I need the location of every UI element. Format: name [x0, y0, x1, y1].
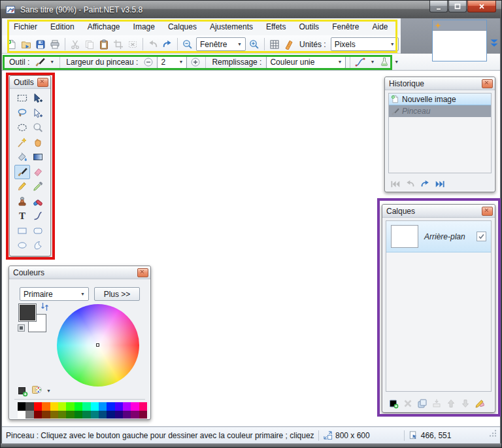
more-colors-button[interactable]: Plus >>	[94, 287, 140, 301]
palette-swatch[interactable]	[66, 402, 74, 411]
palette-swatch[interactable]	[42, 411, 50, 419]
palette-swatch[interactable]	[58, 411, 66, 419]
tool-recolor[interactable]	[30, 194, 46, 209]
color-wheel[interactable]	[57, 304, 139, 387]
color-window-size-toggle[interactable]	[18, 324, 25, 332]
palette-swatch[interactable]	[50, 411, 58, 419]
add-layer-button[interactable]	[388, 398, 399, 409]
palette-swatch[interactable]	[107, 402, 114, 411]
palette-swatch[interactable]	[123, 402, 131, 411]
resize-grip[interactable]	[489, 429, 499, 441]
grid-button[interactable]	[267, 37, 282, 52]
image-thumbnail[interactable]	[432, 20, 487, 61]
tool-move-selected-pixels[interactable]	[30, 91, 46, 106]
fill-style-select[interactable]: Couleur unie▼	[266, 55, 346, 69]
palette-swatch[interactable]	[131, 411, 139, 419]
tool-pan[interactable]	[30, 135, 46, 150]
redo-step-button[interactable]	[420, 179, 430, 189]
tool-rectangle[interactable]	[14, 224, 30, 239]
tool-pencil[interactable]	[14, 179, 30, 194]
menu-item-effets[interactable]: Effets	[259, 20, 292, 34]
menu-item-ajustements[interactable]: Ajustements	[203, 20, 259, 34]
tool-paintbrush[interactable]	[14, 165, 30, 180]
spline-type-dropdown[interactable]: ▼	[367, 60, 377, 64]
layer-visible-checkbox[interactable]	[477, 232, 486, 241]
decrease-width-button[interactable]	[141, 55, 156, 69]
palette-swatch[interactable]	[99, 411, 107, 419]
new-button[interactable]	[5, 37, 19, 52]
palette-swatch[interactable]	[123, 411, 131, 419]
tool-lasso-select[interactable]	[14, 106, 30, 121]
history-item[interactable]: Pinceau	[389, 105, 491, 117]
palette-swatch[interactable]	[58, 402, 66, 411]
palette-swatch[interactable]	[34, 411, 42, 419]
spline-type-button[interactable]	[353, 55, 367, 69]
antialiasing-button[interactable]	[377, 55, 392, 69]
tool-rounded-rectangle[interactable]	[30, 224, 46, 239]
palette-swatch[interactable]	[107, 411, 114, 419]
zoom-out-button[interactable]	[180, 37, 195, 52]
antialiasing-dropdown[interactable]: ▼	[392, 60, 401, 64]
palette-menu-button[interactable]	[31, 385, 44, 397]
tool-move-selection[interactable]	[30, 106, 46, 121]
tool-zoom[interactable]	[30, 120, 46, 135]
maximize-button[interactable]	[448, 1, 467, 12]
tool-magic-wand[interactable]	[14, 135, 30, 150]
tool-ellipse-select[interactable]	[14, 120, 30, 135]
tool-freeform-shape[interactable]	[30, 238, 46, 253]
brush-width-select[interactable]: 2▼	[157, 55, 187, 69]
tool-eraser[interactable]	[30, 165, 46, 180]
rulers-button[interactable]	[282, 37, 296, 52]
palette-swatch[interactable]	[131, 402, 139, 411]
current-tool-button[interactable]	[33, 55, 47, 69]
redo-button[interactable]	[160, 37, 175, 52]
color-mode-select[interactable]: Primaire ▼	[20, 287, 89, 301]
zoom-in-button[interactable]	[247, 37, 261, 52]
palette-swatch[interactable]	[82, 411, 90, 419]
palette-swatch[interactable]	[115, 411, 123, 419]
fast-forward-button[interactable]	[435, 179, 445, 189]
tool-ellipse[interactable]	[14, 238, 30, 253]
menu-item-outils[interactable]: Outils	[292, 20, 326, 34]
palette-swatch[interactable]	[25, 411, 33, 419]
palette-swatch[interactable]	[75, 411, 82, 419]
palette-swatch[interactable]	[91, 411, 99, 419]
tool-rectangle-select[interactable]	[14, 91, 30, 106]
units-select[interactable]: Pixels▼	[331, 37, 399, 51]
print-button[interactable]	[48, 37, 62, 52]
save-button[interactable]	[33, 37, 48, 52]
palette-swatch[interactable]	[66, 411, 74, 419]
menu-item-fichier[interactable]: Fichier	[7, 20, 44, 34]
menu-item-image[interactable]: Image	[127, 20, 161, 34]
history-item[interactable]: Nouvelle image	[389, 94, 491, 105]
increase-width-button[interactable]	[188, 55, 203, 69]
open-button[interactable]	[19, 37, 33, 52]
menu-item-affichage[interactable]: Affichage	[81, 20, 127, 34]
minimize-button[interactable]	[429, 1, 448, 12]
tool-text[interactable]: T	[14, 209, 30, 224]
palette-swatch[interactable]	[34, 402, 42, 411]
tool-color-picker[interactable]	[30, 179, 46, 194]
paste-button[interactable]	[97, 37, 111, 52]
palette-swatch[interactable]	[42, 402, 50, 411]
layer-properties-button[interactable]	[475, 398, 485, 409]
add-color-button[interactable]	[18, 387, 28, 397]
image-list-chevron-icon[interactable]	[489, 38, 499, 48]
palette-swatch[interactable]	[25, 402, 33, 411]
menu-item-edition[interactable]: Edition	[44, 20, 81, 34]
zoom-level-select[interactable]: Fenêtre▼	[196, 37, 246, 51]
palette-menu-chevron-icon[interactable]: ▼	[46, 388, 51, 393]
primary-color-swatch[interactable]	[18, 303, 37, 322]
layers-panel-close-button[interactable]	[482, 207, 493, 216]
tool-gradient[interactable]	[30, 150, 46, 165]
palette-swatch[interactable]	[18, 402, 25, 411]
palette-swatch[interactable]	[115, 402, 123, 411]
palette-swatch[interactable]	[50, 402, 58, 411]
palette-swatch[interactable]	[82, 402, 90, 411]
swap-colors-icon[interactable]	[40, 302, 48, 311]
close-button[interactable]	[467, 1, 496, 12]
current-tool-dropdown[interactable]: ▼	[47, 60, 57, 64]
tools-panel-close-button[interactable]	[37, 78, 48, 87]
menu-item-calques[interactable]: Calques	[161, 20, 203, 34]
palette-swatch[interactable]	[99, 402, 107, 411]
